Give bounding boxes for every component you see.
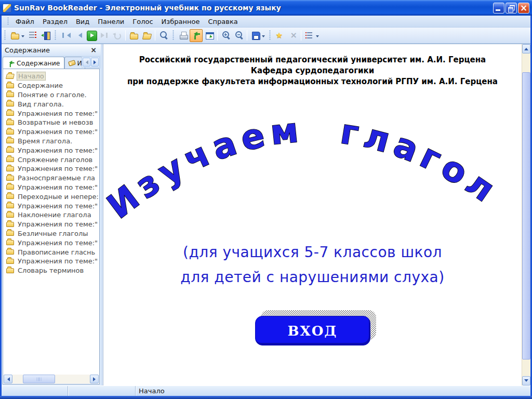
print-button[interactable] xyxy=(177,29,190,42)
folder-icon xyxy=(6,259,14,264)
nav-first-button[interactable] xyxy=(59,29,72,42)
contents-button[interactable] xyxy=(26,29,39,42)
tree-item[interactable]: Переходные и непере: xyxy=(6,192,98,201)
folder-open-button[interactable] xyxy=(140,29,153,42)
tree-item[interactable]: Упражнения по теме:" xyxy=(6,238,98,247)
toolbar-gripper xyxy=(172,30,175,41)
right-arrow-icon xyxy=(94,60,98,64)
play-icon xyxy=(87,31,96,40)
folder-icon xyxy=(6,157,14,162)
tree-horizontal-scrollbar[interactable] xyxy=(4,375,99,383)
toolbar-separator xyxy=(155,30,155,41)
tree-item[interactable]: Спряжение глаголов xyxy=(6,155,98,164)
dropdown-caret-icon xyxy=(262,35,265,39)
window-title: SunRav BookReader - Электронный учебник … xyxy=(14,4,493,12)
disk-button[interactable] xyxy=(249,29,267,42)
sidebar-close-icon[interactable]: × xyxy=(89,46,98,54)
folder-up-icon xyxy=(129,31,139,40)
tree-item[interactable]: Разноспрягаемые гла xyxy=(6,174,98,183)
close-book-icon xyxy=(41,31,50,40)
x-button[interactable] xyxy=(286,29,299,42)
tree-item[interactable]: Вид глагола. xyxy=(6,99,98,109)
tree-item[interactable]: Наклонение глагола xyxy=(6,210,98,220)
jump-icon xyxy=(192,31,201,40)
vertical-scrollbar[interactable] xyxy=(522,44,530,385)
jump-button[interactable] xyxy=(190,29,203,42)
menu-item-панели[interactable]: Панели xyxy=(94,16,128,27)
toolbar-separator xyxy=(217,30,218,41)
menu-item-избранное[interactable]: Избранное xyxy=(157,16,204,27)
svg-text:Изучаем глагол: Изучаем глагол xyxy=(103,112,506,227)
close-button[interactable] xyxy=(518,3,529,14)
scroll-up-button[interactable] xyxy=(522,44,530,54)
tree-item[interactable]: Правописание гласнь xyxy=(6,247,98,257)
tree-item[interactable]: Упражнения по теме:" xyxy=(6,257,98,266)
tree-item[interactable]: Время глагола. xyxy=(6,137,98,146)
menu-item-вид[interactable]: Вид xyxy=(72,16,94,27)
toolbar-separator xyxy=(247,30,247,41)
scroll-right-button[interactable] xyxy=(90,375,99,383)
nav-back-button[interactable] xyxy=(111,29,124,42)
zoom-out-button[interactable] xyxy=(232,29,245,42)
tree-item[interactable]: Упражнения по теме:" xyxy=(6,145,98,155)
left-arrow-icon xyxy=(84,60,88,64)
star-button[interactable] xyxy=(273,29,286,42)
tree-item[interactable]: Начало xyxy=(6,72,98,81)
header-line-1: Российский государственный педагогически… xyxy=(103,55,522,65)
contents-sidebar: Содержание × Содержание И НачалоСодерж xyxy=(2,44,101,385)
arc-title-graphic: Изучаем глагол xyxy=(103,112,522,232)
enter-button[interactable]: ВХОД xyxy=(255,316,370,345)
list2-button[interactable] xyxy=(303,29,321,42)
window-button[interactable] xyxy=(203,29,216,42)
scrollbar-track[interactable] xyxy=(12,375,90,383)
zoom-in-button[interactable] xyxy=(219,29,232,42)
folder-icon xyxy=(6,138,14,143)
tree-item[interactable]: Упражнения по теме:" xyxy=(6,183,98,192)
contents-tree-list: НачалоСодержаниеПонятие о глаголе.Вид гл… xyxy=(3,69,99,275)
dropdown-caret-icon xyxy=(21,35,24,39)
tree-item[interactable]: Понятие о глаголе. xyxy=(6,90,98,100)
folder-icon xyxy=(6,101,14,107)
tree-item[interactable]: Упражнения по теме:" xyxy=(6,109,98,118)
tab-scroll-right-button[interactable] xyxy=(91,58,99,66)
print-icon xyxy=(179,31,188,40)
close-book-button[interactable] xyxy=(39,29,52,42)
scrollbar-thumb[interactable] xyxy=(522,72,530,360)
menu-item-справка[interactable]: Справка xyxy=(204,16,242,27)
minimize-button[interactable] xyxy=(493,3,504,14)
sidebar-header: Содержание × xyxy=(2,44,101,56)
menu-item-раздел[interactable]: Раздел xyxy=(38,16,72,27)
nav-next-button[interactable] xyxy=(98,29,111,42)
arc-title-text: Изучаем глагол xyxy=(103,112,506,227)
open-book-button[interactable] xyxy=(8,29,26,42)
folder-icon xyxy=(6,222,14,227)
scroll-down-button[interactable] xyxy=(522,376,530,385)
tree-item[interactable]: Словарь терминов xyxy=(6,266,98,275)
tab-scroll-left-button[interactable] xyxy=(83,58,90,66)
folder-icon xyxy=(6,231,14,236)
tab-contents[interactable]: Содержание xyxy=(3,57,64,69)
tree-item[interactable]: Упражнения по теме:" xyxy=(6,127,98,137)
tree-item-label: Вид глагола. xyxy=(17,100,65,108)
tree-item[interactable]: Упражнения по теме:" xyxy=(6,220,98,229)
menu-item-файл[interactable]: Файл xyxy=(11,16,38,27)
folder-up-button[interactable] xyxy=(127,29,140,42)
tree-item-label: Упражнения по теме:" xyxy=(17,183,99,191)
scroll-left-button[interactable] xyxy=(4,375,12,383)
scrollbar-track[interactable] xyxy=(522,54,530,376)
restore-button[interactable] xyxy=(506,3,517,14)
play-button[interactable] xyxy=(85,29,98,42)
scrollbar-thumb[interactable] xyxy=(23,375,55,383)
nav-first-icon xyxy=(61,31,70,40)
tree-item[interactable]: Упражнения по теме:" xyxy=(6,164,98,174)
window-icon xyxy=(205,31,214,40)
tree-item[interactable]: Упражнения по теме:" xyxy=(6,201,98,210)
nav-prev-button[interactable] xyxy=(72,29,85,42)
tree-item[interactable]: Возвратные и невозв xyxy=(6,118,98,127)
toolbar-gripper xyxy=(4,30,6,41)
tree-item[interactable]: Содержание xyxy=(6,81,98,90)
menubar: ФайлРазделВидПанелиГолосИзбранноеСправка xyxy=(2,16,530,28)
menu-item-голос[interactable]: Голос xyxy=(128,16,157,27)
search-button[interactable] xyxy=(157,29,170,42)
tree-item[interactable]: Безличные глаголы xyxy=(6,229,98,238)
